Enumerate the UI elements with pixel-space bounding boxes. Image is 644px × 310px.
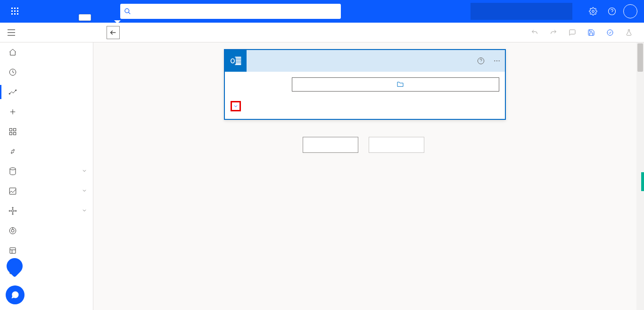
ai-builder-icon [8, 207, 17, 215]
folder-param-row [231, 77, 499, 92]
feedback-tab[interactable] [641, 172, 644, 191]
search-input[interactable] [136, 8, 337, 15]
svg-rect-29 [9, 188, 16, 194]
outlook-icon [225, 50, 247, 72]
redo-icon [550, 29, 557, 36]
chevron-down-icon [82, 187, 87, 195]
svg-rect-8 [17, 13, 18, 15]
nav-item-templates[interactable] [0, 122, 93, 142]
svg-line-10 [128, 12, 130, 14]
svg-rect-4 [14, 10, 16, 12]
save-icon [587, 29, 595, 36]
comments-button[interactable] [569, 29, 579, 36]
nav-item-connectors[interactable] [0, 142, 93, 161]
help-icon[interactable] [603, 0, 621, 23]
nav-item-ai-builder[interactable] [0, 201, 93, 221]
search-box[interactable] [120, 4, 341, 19]
undo-icon [531, 29, 538, 36]
svg-point-51 [496, 60, 497, 61]
nav-item-create[interactable] [0, 102, 93, 122]
trigger-card-header[interactable] [225, 50, 505, 72]
svg-point-9 [125, 8, 129, 13]
svg-rect-27 [14, 133, 16, 135]
svg-point-18 [607, 30, 613, 35]
nav-item-home[interactable] [0, 42, 93, 62]
svg-point-30 [12, 210, 14, 212]
app-header [0, 0, 644, 23]
card-more-icon[interactable] [489, 57, 505, 65]
svg-rect-45 [235, 57, 241, 65]
svg-point-32 [12, 214, 13, 215]
plus-icon [8, 108, 17, 116]
solutions-icon [8, 246, 17, 255]
back-tooltip [79, 14, 91, 21]
flask-icon [625, 29, 633, 36]
connectors-icon [8, 147, 17, 156]
redo-button[interactable] [550, 29, 560, 36]
undo-button[interactable] [531, 29, 541, 36]
chatbot-button[interactable] [6, 285, 25, 304]
flow-checker-button[interactable] [606, 29, 617, 36]
flow-checker-icon [606, 29, 614, 36]
left-nav [0, 42, 93, 310]
svg-rect-26 [9, 133, 12, 135]
approvals-icon [8, 68, 17, 76]
nav-toggle-icon[interactable] [0, 29, 23, 36]
data-icon [8, 167, 17, 176]
advanced-options-toggle[interactable] [231, 101, 241, 111]
monitor-icon [8, 187, 17, 195]
svg-point-31 [12, 207, 13, 208]
svg-rect-5 [17, 10, 18, 12]
templates-icon [8, 127, 17, 136]
svg-rect-25 [14, 128, 16, 131]
user-avatar[interactable] [623, 4, 637, 18]
svg-rect-42 [10, 248, 16, 253]
svg-point-40 [11, 229, 14, 232]
my-flows-icon [8, 88, 17, 96]
nav-item-monitor[interactable] [0, 181, 93, 201]
folder-input[interactable] [292, 77, 499, 92]
scrollbar-thumb[interactable] [637, 43, 643, 72]
search-icon [124, 8, 131, 15]
nav-item-my-flows[interactable] [0, 82, 93, 102]
process-advisor-icon [8, 226, 17, 235]
arrow-left-icon [109, 29, 117, 36]
back-button[interactable] [107, 26, 120, 39]
svg-rect-24 [9, 128, 12, 131]
save-step-button[interactable] [369, 137, 424, 153]
home-icon [8, 48, 17, 57]
new-step-button[interactable] [303, 137, 358, 153]
save-button[interactable] [587, 29, 598, 36]
chatbot-icon [10, 290, 20, 300]
folder-picker-icon[interactable] [396, 81, 496, 89]
svg-rect-1 [14, 8, 16, 9]
chevron-down-icon [82, 168, 87, 175]
nav-item-approvals[interactable] [0, 62, 93, 82]
settings-icon[interactable] [584, 0, 603, 23]
svg-point-33 [9, 210, 10, 211]
comment-icon [569, 29, 576, 36]
svg-rect-6 [11, 13, 13, 15]
nav-item-data[interactable] [0, 161, 93, 181]
flow-canvas [93, 42, 644, 310]
svg-point-52 [499, 60, 500, 61]
svg-point-50 [494, 60, 495, 61]
chevron-down-icon [82, 207, 87, 215]
svg-rect-0 [11, 8, 13, 9]
test-button[interactable] [625, 29, 636, 36]
svg-rect-7 [14, 13, 16, 15]
card-help-icon[interactable] [473, 57, 489, 65]
svg-rect-2 [17, 8, 18, 9]
svg-point-11 [592, 10, 594, 13]
nav-item-process-advisor[interactable] [0, 221, 93, 241]
editor-toolbar [0, 23, 644, 42]
trigger-card[interactable] [224, 49, 506, 120]
environment-picker[interactable] [471, 3, 572, 20]
app-launcher-icon[interactable] [4, 0, 26, 23]
chevron-down-icon [233, 103, 239, 109]
svg-rect-3 [11, 10, 13, 12]
svg-point-28 [10, 168, 16, 170]
svg-point-34 [16, 210, 17, 211]
